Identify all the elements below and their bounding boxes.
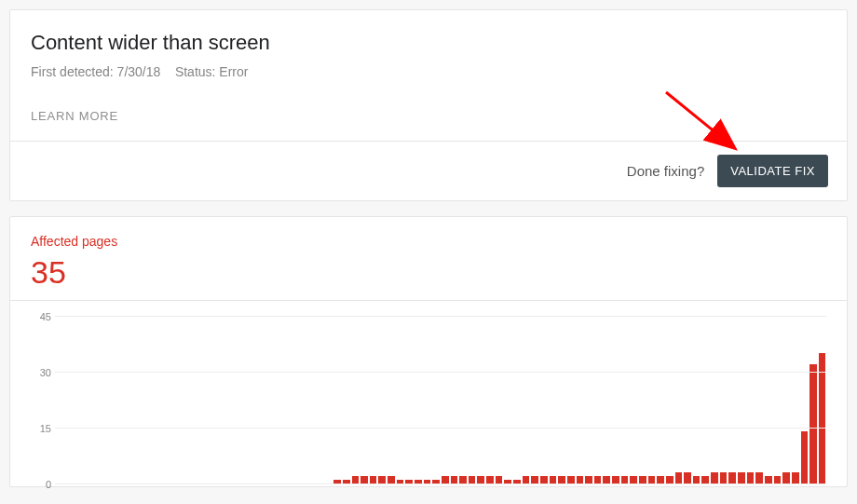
chart-bar	[801, 431, 809, 484]
chart-bar	[558, 476, 565, 484]
chart-bar	[577, 476, 584, 484]
chart-bar	[675, 472, 683, 484]
chart-bar	[459, 476, 467, 484]
status-label: Status:	[175, 64, 216, 79]
chart-bar	[630, 476, 637, 484]
chart-bar	[648, 476, 656, 484]
chart-bar	[550, 476, 557, 484]
chart-bar	[738, 472, 745, 484]
chart-gridline: 0	[55, 484, 826, 484]
chart-gridline: 30	[55, 372, 826, 373]
chart-bar	[370, 476, 377, 484]
chart-bar	[747, 472, 755, 484]
chart-bar	[728, 472, 736, 484]
chart-bar	[352, 476, 360, 484]
chart-bar	[442, 476, 449, 484]
chart-ytick-label: 0	[29, 479, 51, 490]
affected-pages-chart: 0153045	[10, 300, 847, 486]
chart-bar	[451, 476, 458, 484]
chart-bar	[711, 472, 718, 484]
chart-bar	[765, 476, 772, 484]
chart-bar	[378, 476, 386, 484]
done-fixing-label: Done fixing?	[627, 163, 704, 179]
chart-bar	[621, 476, 629, 484]
chart-bar	[486, 476, 494, 484]
chart-bar	[693, 476, 701, 484]
chart-bar	[720, 472, 728, 484]
affected-pages-card: Affected pages 35 0153045	[9, 216, 848, 487]
chart-bar	[603, 476, 610, 484]
chart-bar	[585, 476, 592, 484]
chart-bar	[782, 472, 790, 484]
chart-ytick-label: 15	[29, 423, 51, 434]
chart-bar	[755, 472, 763, 484]
fix-row: Done fixing? VALIDATE FIX	[10, 141, 847, 200]
chart-bar	[477, 476, 484, 484]
chart-gridline: 15	[55, 428, 826, 429]
status-value: Error	[219, 64, 248, 79]
chart-gridline: 45	[55, 316, 826, 317]
chart-bar	[792, 472, 799, 484]
issue-card: Content wider than screen First detected…	[9, 9, 848, 201]
first-detected-value: 7/30/18	[117, 64, 161, 79]
first-detected-label: First detected:	[31, 64, 114, 79]
chart-bar	[469, 476, 476, 484]
chart-bar	[666, 476, 673, 484]
chart-bar	[523, 476, 530, 484]
chart-ytick-label: 45	[29, 311, 51, 322]
chart-bar	[612, 476, 619, 484]
chart-bar	[540, 476, 548, 484]
chart-bar	[819, 353, 826, 484]
chart-ytick-label: 30	[29, 367, 51, 378]
affected-pages-count: 35	[31, 254, 826, 291]
chart-bar	[594, 476, 602, 484]
chart-bars	[64, 316, 826, 484]
issue-title: Content wider than screen	[31, 31, 826, 55]
chart-bar	[639, 476, 646, 484]
affected-pages-label: Affected pages	[31, 234, 826, 249]
chart-bar	[496, 476, 503, 484]
issue-meta: First detected: 7/30/18 Status: Error	[31, 64, 826, 79]
chart-bar	[360, 476, 368, 484]
validate-fix-button[interactable]: VALIDATE FIX	[717, 155, 828, 187]
issue-header: Content wider than screen First detected…	[10, 10, 847, 141]
chart-bar	[774, 476, 782, 484]
chart-bar	[809, 364, 817, 484]
chart-bar	[567, 476, 575, 484]
chart-bar	[531, 476, 538, 484]
chart-bar	[388, 476, 395, 484]
chart-bar	[701, 476, 709, 484]
chart-bar	[684, 472, 691, 484]
chart-bar	[657, 476, 664, 484]
affected-pages-block: Affected pages 35	[10, 217, 847, 300]
learn-more-link[interactable]: LEARN MORE	[31, 109, 118, 123]
